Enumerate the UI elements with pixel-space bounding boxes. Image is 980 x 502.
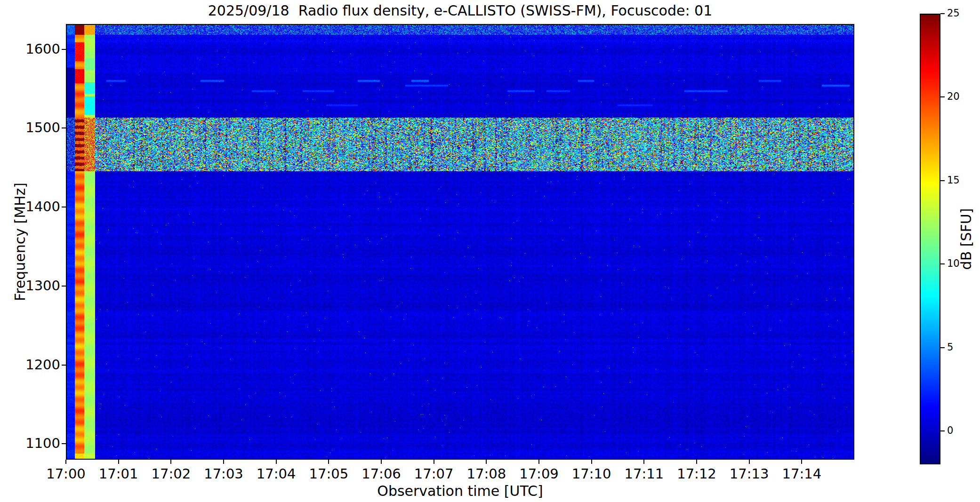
colorbar-tick-mark <box>940 13 945 14</box>
spectrogram-figure: 2025/09/18 Radio flux density, e-CALLIST… <box>0 0 980 502</box>
colorbar-tick-mark <box>940 347 945 348</box>
x-tick-label: 17:05 <box>303 466 354 482</box>
x-tick-label: 17:14 <box>776 466 827 482</box>
x-tick-mark <box>276 460 277 464</box>
colorbar <box>920 14 940 464</box>
y-tick-mark <box>62 286 66 287</box>
x-tick-mark <box>801 460 802 464</box>
x-tick-mark <box>328 460 329 464</box>
x-tick-label: 17:12 <box>671 466 723 482</box>
colorbar-tick-label: 20 <box>947 91 980 102</box>
y-tick-label: 1200 <box>8 357 60 373</box>
x-tick-mark <box>381 460 382 464</box>
colorbar-tick-mark <box>940 96 945 97</box>
y-tick-label: 1100 <box>8 435 60 451</box>
x-axis-label: Observation time [UTC] <box>66 483 854 499</box>
x-tick-mark <box>486 460 487 464</box>
x-tick-mark <box>538 460 539 464</box>
x-tick-mark <box>591 460 592 464</box>
colorbar-tick-mark <box>940 180 945 181</box>
x-tick-label: 17:13 <box>723 466 775 482</box>
colorbar-label: dB [SFU] <box>958 208 974 270</box>
y-tick-mark <box>62 127 66 128</box>
y-tick-label: 1500 <box>8 120 60 135</box>
colorbar-tick-label: 25 <box>947 8 980 19</box>
y-tick-mark <box>62 49 66 50</box>
chart-title: 2025/09/18 Radio flux density, e-CALLIST… <box>66 2 854 19</box>
x-tick-label: 17:08 <box>460 466 512 482</box>
y-tick-label: 1600 <box>8 41 60 57</box>
colorbar-gradient-canvas <box>921 15 940 463</box>
plot-area <box>66 24 854 460</box>
x-tick-label: 17:03 <box>198 466 249 482</box>
x-tick-label: 17:11 <box>618 466 670 482</box>
x-tick-mark <box>749 460 750 464</box>
colorbar-tick-label: 15 <box>947 175 980 186</box>
x-tick-label: 17:04 <box>250 466 302 482</box>
x-tick-mark <box>434 460 434 464</box>
x-tick-mark <box>696 460 697 464</box>
x-tick-mark <box>118 460 119 464</box>
y-axis-label: Frequency [MHz] <box>12 183 28 301</box>
colorbar-tick-mark <box>940 263 945 264</box>
colorbar-tick-label: 5 <box>947 342 980 353</box>
x-tick-label: 17:02 <box>145 466 197 482</box>
x-tick-label: 17:01 <box>93 466 145 482</box>
x-tick-mark <box>65 460 66 464</box>
spectrogram-canvas <box>67 25 853 459</box>
x-tick-mark <box>170 460 171 464</box>
colorbar-tick-label: 0 <box>947 425 980 436</box>
x-tick-mark <box>223 460 224 464</box>
y-tick-mark <box>62 443 66 444</box>
y-tick-mark <box>62 207 66 207</box>
colorbar-tick-mark <box>940 430 945 431</box>
x-tick-label: 17:09 <box>513 466 565 482</box>
x-tick-label: 17:07 <box>408 466 460 482</box>
x-tick-label: 17:10 <box>566 466 618 482</box>
x-tick-mark <box>643 460 644 464</box>
y-tick-mark <box>62 365 66 366</box>
x-tick-label: 17:00 <box>40 466 92 482</box>
x-tick-label: 17:06 <box>355 466 407 482</box>
